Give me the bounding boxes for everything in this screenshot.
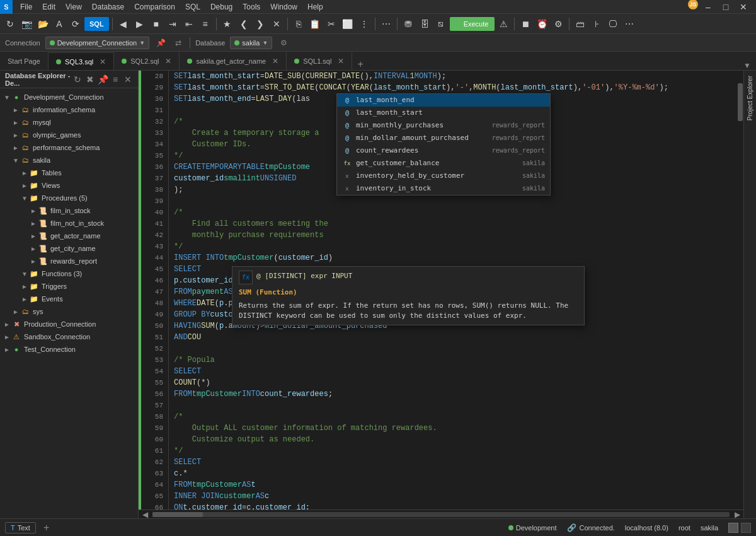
autocomplete-popup[interactable]: @ last_month_end @ last_month_start @ mi…	[336, 93, 551, 195]
tab-sql1[interactable]: SQL1.sql ✕	[287, 52, 352, 70]
tree-item-procedures[interactable]: ▼ 📁 Procedures (5)	[0, 192, 138, 204]
tree-item-functions[interactable]: ▼ 📁 Functions (3)	[0, 267, 138, 280]
user-avatar[interactable]: JS	[688, 0, 698, 9]
tree-item-film-not-in-stock[interactable]: ► 📜 film_not_in_stock	[0, 217, 138, 230]
scroll-left-icon[interactable]: ◀	[139, 510, 151, 519]
toolbar-debug-icon[interactable]: ⚠	[496, 16, 511, 32]
menu-comparison[interactable]: Comparison	[129, 1, 180, 13]
tree-arrow-film-not-in-stock[interactable]: ►	[29, 220, 38, 227]
tabs-overflow-button[interactable]: ▼	[738, 61, 756, 70]
tree-item-views[interactable]: ► 📁 Views	[0, 179, 138, 192]
tree-item-mysql[interactable]: ► 🗂 mysql	[0, 116, 138, 129]
tab-get-actor[interactable]: sakila.get_actor_name ✕	[180, 52, 287, 70]
tree-item-sakila[interactable]: ▼ 🗂 sakila	[0, 154, 138, 166]
tab-sql2[interactable]: SQL2.sql ✕	[114, 52, 180, 70]
tree-arrow-dev-conn[interactable]: ▼	[3, 94, 11, 101]
tree-arrow-triggers[interactable]: ►	[20, 283, 29, 290]
vertical-scrollbar-thumb[interactable]	[738, 83, 743, 121]
connection-refresh-icon[interactable]: ⇄	[172, 37, 185, 49]
toolbar-dots-icon[interactable]: ⋯	[622, 16, 637, 32]
tab-sql2-close-icon[interactable]: ✕	[165, 57, 171, 66]
menu-file[interactable]: File	[15, 1, 37, 13]
tree-item-sandbox-conn[interactable]: ► ⚠ Sandbox_Connection	[0, 330, 138, 343]
ac-item-count-rewardees[interactable]: @ count_rewardees rewards_report	[337, 144, 550, 157]
execute-button[interactable]: ▶ Execute	[450, 17, 495, 31]
toolbar-monitor-icon[interactable]: 🖵	[605, 16, 621, 32]
tree-arrow-mysql[interactable]: ►	[11, 119, 20, 126]
horizontal-scrollbar-thumb[interactable]	[152, 512, 203, 517]
vertical-scrollbar[interactable]	[737, 71, 743, 510]
toolbar-clear-icon[interactable]: ✕	[269, 16, 284, 32]
code-content[interactable]: SET last_month_start = DATE_SUB(CURRENT_…	[169, 71, 737, 510]
ac-item-inventory-held[interactable]: x inventory_held_by_customer sakila	[337, 170, 550, 182]
sidebar-pin-icon[interactable]: 📌	[98, 74, 108, 84]
ac-item-min-monthly[interactable]: @ min_monthly_purchases rewards_report	[337, 119, 550, 132]
menu-tools[interactable]: Tools	[238, 1, 265, 13]
toolbar-compare-icon[interactable]: ⧅	[433, 16, 449, 32]
tab-sql3[interactable]: SQL3.sql ✕	[49, 52, 114, 70]
menu-view[interactable]: View	[60, 1, 87, 13]
tree-item-get-city-name[interactable]: ► 📜 get_city_name	[0, 242, 138, 255]
tree-item-olympic[interactable]: ► 🗂 olympic_games	[0, 129, 138, 141]
tree-arrow-olympic[interactable]: ►	[11, 132, 20, 139]
sidebar-filter-icon[interactable]: ≡	[110, 74, 120, 84]
tree-item-prod-conn[interactable]: ► ✖ Production_Connection	[0, 318, 138, 330]
menu-window[interactable]: Window	[265, 1, 302, 13]
tree-arrow-views[interactable]: ►	[20, 182, 29, 189]
tree-arrow-test-conn[interactable]: ►	[3, 346, 11, 353]
tree-item-film-in-stock[interactable]: ► 📜 film_in_stock	[0, 204, 138, 217]
tree-item-triggers[interactable]: ► 📁 Triggers	[0, 280, 138, 293]
tree-item-test-conn[interactable]: ► ● Test_Connection	[0, 343, 138, 356]
menu-help[interactable]: Help	[302, 1, 328, 13]
tree-item-perf-schema[interactable]: ► 🗂 performance_schema	[0, 141, 138, 154]
tree-item-dev-conn[interactable]: ▼ ● Development_Connection	[0, 91, 138, 103]
toolbar-reload-icon[interactable]: ⟳	[68, 16, 83, 32]
tree-arrow-get-city-name[interactable]: ►	[29, 245, 38, 252]
toolbar-align-icon[interactable]: ≡	[198, 16, 213, 32]
tree-arrow-perf-schema[interactable]: ►	[11, 144, 20, 151]
toolbar-schema-icon[interactable]: ⛃	[401, 16, 416, 32]
toolbar-tables-icon[interactable]: 🗄	[417, 16, 432, 32]
toolbar-sql-button[interactable]: SQL	[84, 17, 109, 31]
sidebar-close-icon[interactable]: ✕	[123, 74, 133, 84]
minimize-btn[interactable]: –	[701, 0, 716, 15]
sidebar-refresh-icon[interactable]: ↻	[72, 74, 83, 84]
menu-database[interactable]: Database	[87, 1, 129, 13]
menu-sql[interactable]: SQL	[180, 1, 205, 13]
tree-arrow-events[interactable]: ►	[20, 296, 29, 303]
toolbar-camera-icon[interactable]: 📷	[19, 16, 34, 32]
toolbar-forward-icon[interactable]: ▶	[132, 16, 147, 32]
tree-arrow-info-schema[interactable]: ►	[11, 107, 20, 114]
view-grid-icon[interactable]	[728, 523, 738, 533]
menu-debug[interactable]: Debug	[205, 1, 238, 13]
toolbar-grid-icon[interactable]: ⋮	[357, 16, 372, 32]
project-explorer-label[interactable]: Project Explorer	[745, 71, 755, 125]
toolbar-cut-icon[interactable]: ✂	[324, 16, 339, 32]
ac-item-min-dollar[interactable]: @ min_dollar_amount_purchased rewards_re…	[337, 132, 550, 144]
toolbar-clock-icon[interactable]: ⏰	[534, 16, 549, 32]
database-settings-icon[interactable]: ⚙	[277, 37, 290, 49]
tree-arrow-sakila[interactable]: ▼	[11, 157, 20, 164]
tab-start-page[interactable]: Start Page	[0, 52, 49, 70]
tree-arrow-film-in-stock[interactable]: ►	[29, 207, 38, 214]
scroll-right-icon[interactable]: ▶	[731, 510, 743, 519]
tree-arrow-sandbox-conn[interactable]: ►	[3, 334, 11, 341]
maximize-btn[interactable]: □	[718, 0, 733, 15]
ac-item-last-month-start[interactable]: @ last_month_start	[337, 107, 550, 119]
tab-sql1-close-icon[interactable]: ✕	[338, 57, 344, 66]
tree-arrow-rewards-report[interactable]: ►	[29, 258, 38, 265]
tree-arrow-get-actor-name[interactable]: ►	[29, 233, 38, 240]
toolbar-open-icon[interactable]: 📂	[35, 16, 50, 32]
ac-item-inventory-in-stock[interactable]: x inventory_in_stock sakila	[337, 182, 550, 195]
sidebar-collapse-icon[interactable]: ✖	[85, 74, 95, 84]
tree-item-rewards-report[interactable]: ► 📜 rewards_report	[0, 255, 138, 267]
connection-selector[interactable]: Development_Connection ▼	[45, 37, 150, 49]
tree-item-sys[interactable]: ► 🗂 sys	[0, 305, 138, 318]
tree-item-tables[interactable]: ► 📁 Tables	[0, 166, 138, 179]
tree-arrow-functions[interactable]: ▼	[20, 271, 29, 277]
toolbar-db-icon[interactable]: 🗃	[573, 16, 588, 32]
ac-item-last-month-end[interactable]: @ last_month_end	[337, 94, 550, 107]
toolbar-unindent-icon[interactable]: ⇤	[181, 16, 197, 32]
toolbar-bookmark-next-icon[interactable]: ❯	[253, 16, 268, 32]
toolbar-copy-icon[interactable]: ⎘	[291, 16, 306, 32]
